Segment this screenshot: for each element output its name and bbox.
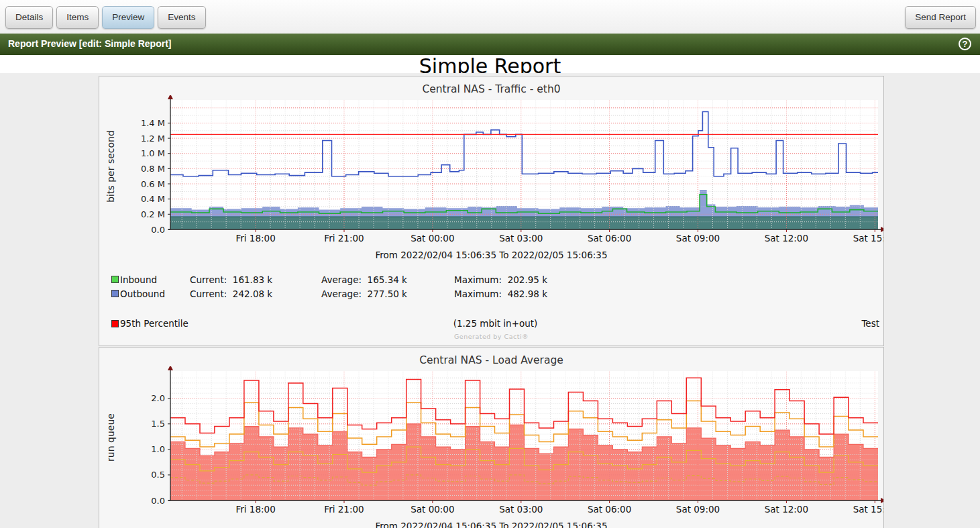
traffic-graph-panel: Central NAS - Traffic - eth0 0.00.2 M0.4… <box>99 76 884 346</box>
svg-text:Sat 09:00: Sat 09:00 <box>676 233 720 244</box>
svg-text:Sat 00:00: Sat 00:00 <box>411 504 454 515</box>
svg-text:Sat 12:00: Sat 12:00 <box>765 233 808 244</box>
traffic-graph: 0.00.2 M0.4 M0.6 M0.8 M1.0 M1.2 M1.4 MFr… <box>99 95 883 248</box>
legend-stat: Current: 242.08 k <box>190 288 321 299</box>
help-icon[interactable]: ? <box>959 38 971 50</box>
svg-text:Sat 09:00: Sat 09:00 <box>676 504 720 515</box>
legend-series-name: Inbound <box>120 274 190 285</box>
percentile-note: (1.25 mbit in+out) <box>313 318 678 329</box>
legend-swatch <box>111 290 119 297</box>
svg-text:Sat 03:00: Sat 03:00 <box>499 504 543 515</box>
load-graph-panel: Central NAS - Load Average 0.00.51.01.52… <box>99 347 884 528</box>
svg-text:bits per second: bits per second <box>105 130 116 203</box>
svg-text:1.4 M: 1.4 M <box>141 118 165 128</box>
svg-text:1.0: 1.0 <box>151 444 165 454</box>
traffic-graph-legend: InboundCurrent: 161.83 kAverage: 165.34 … <box>111 272 879 301</box>
legend-stat: Maximum: 482.98 k <box>454 288 547 299</box>
legend-stat: Current: 161.83 k <box>190 274 321 285</box>
svg-text:run queue: run queue <box>105 413 116 462</box>
svg-text:0.0: 0.0 <box>151 496 165 506</box>
report-content: Central NAS - Traffic - eth0 0.00.2 M0.4… <box>0 73 980 528</box>
percentile-label-group: 95th Percentile <box>111 318 313 329</box>
generated-by-cacti: Generated by Cacti® <box>99 333 883 340</box>
report-preview-header: Report Preview [edit: Simple Report] ? <box>0 34 980 55</box>
svg-text:0.4 M: 0.4 M <box>141 194 165 204</box>
svg-text:Sat 06:00: Sat 06:00 <box>588 504 631 515</box>
svg-text:2.0: 2.0 <box>151 393 165 403</box>
svg-text:Fri 21:00: Fri 21:00 <box>324 504 364 515</box>
tab-items[interactable]: Items <box>56 6 99 29</box>
legend-stat: Average: 277.50 k <box>321 288 454 299</box>
svg-text:0.5: 0.5 <box>151 470 165 480</box>
report-preview-title: Report Preview [edit: Simple Report] <box>8 38 171 49</box>
tab-row: DetailsItemsPreviewEvents <box>5 6 206 29</box>
percentile-label: 95th Percentile <box>120 318 188 329</box>
svg-text:0.6 M: 0.6 M <box>141 179 165 189</box>
legend-swatch <box>111 276 119 283</box>
load-average-graph: 0.00.51.01.52.0Fri 18:00Fri 21:00Sat 00:… <box>99 366 883 519</box>
percentile-row: 95th Percentile (1.25 mbit in+out) Test <box>111 317 879 330</box>
legend-stat: Average: 165.34 k <box>321 274 454 285</box>
svg-text:Sat 15:00: Sat 15:00 <box>853 233 884 244</box>
traffic-graph-title: Central NAS - Traffic - eth0 <box>99 83 883 95</box>
send-report-button[interactable]: Send Report <box>905 6 976 29</box>
legend-row: OutboundCurrent: 242.08 kAverage: 277.50… <box>111 286 879 301</box>
load-graph-timespan: From 2022/02/04 15:06:35 To 2022/02/05 1… <box>99 521 883 528</box>
percentile-swatch <box>111 320 119 327</box>
tab-details[interactable]: Details <box>5 6 53 29</box>
page-title: Simple Report <box>0 55 980 73</box>
load-graph-title: Central NAS - Load Average <box>99 354 883 366</box>
top-bar: DetailsItemsPreviewEvents Send Report <box>0 0 980 34</box>
svg-text:Fri 18:00: Fri 18:00 <box>235 504 275 515</box>
svg-text:Sat 15:00: Sat 15:00 <box>853 504 884 515</box>
svg-text:1.0 M: 1.0 M <box>141 148 165 158</box>
traffic-graph-timespan: From 2022/02/04 15:06:35 To 2022/02/05 1… <box>99 250 883 260</box>
title-strip: Simple Report <box>0 55 980 73</box>
svg-text:Fri 21:00: Fri 21:00 <box>324 233 364 244</box>
percentile-right-note: Test <box>678 318 879 329</box>
svg-text:Sat 06:00: Sat 06:00 <box>588 233 631 244</box>
svg-text:0.2 M: 0.2 M <box>141 209 165 219</box>
svg-text:0.8 M: 0.8 M <box>141 164 165 174</box>
tab-events[interactable]: Events <box>158 6 205 29</box>
legend-series-name: Outbound <box>120 288 190 299</box>
svg-text:1.5: 1.5 <box>151 419 165 429</box>
svg-text:1.2 M: 1.2 M <box>141 134 165 144</box>
svg-text:Sat 12:00: Sat 12:00 <box>765 504 808 515</box>
tab-preview[interactable]: Preview <box>102 6 154 29</box>
svg-text:Sat 00:00: Sat 00:00 <box>411 233 454 244</box>
legend-stat: Maximum: 202.95 k <box>454 274 547 285</box>
svg-text:Sat 03:00: Sat 03:00 <box>499 233 543 244</box>
svg-text:0.0: 0.0 <box>151 225 165 235</box>
svg-text:Fri 18:00: Fri 18:00 <box>235 233 275 244</box>
legend-row: InboundCurrent: 161.83 kAverage: 165.34 … <box>111 272 879 286</box>
